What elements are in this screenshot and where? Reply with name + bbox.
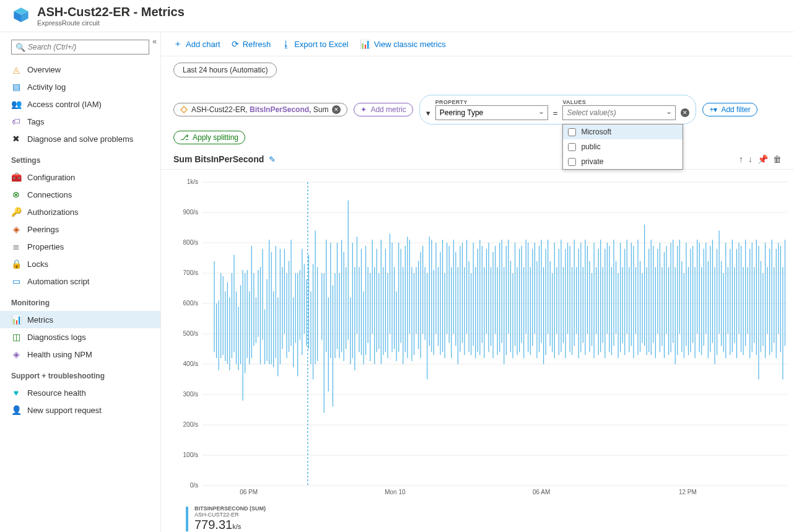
move-up-icon[interactable]: ↑ — [739, 154, 743, 164]
plus-icon: ✦ — [360, 105, 367, 114]
values-select[interactable] — [562, 105, 676, 120]
metric-filter-row: ASH-Cust22-ER, BitsInPerSecond, Sum ✕ ✦A… — [161, 84, 794, 144]
key-icon: 🔑 — [11, 207, 21, 217]
svg-text:400/s: 400/s — [183, 360, 198, 367]
script-icon: ▭ — [11, 276, 21, 286]
diag-icon: ◫ — [11, 332, 21, 342]
filter-plus-icon: +▾ — [709, 105, 717, 114]
sidebar-item-resource-health[interactable]: ♥Resource health — [0, 384, 160, 401]
filter-group: ▾ PROPERTY = VALUES Microsoftpublicpriva… — [419, 95, 697, 124]
values-label: VALUES — [562, 99, 676, 105]
sidebar-item-activity-log[interactable]: ▤Activity log — [0, 78, 160, 95]
svg-text:800/s: 800/s — [183, 239, 198, 246]
checkbox-icon[interactable] — [568, 143, 576, 151]
sidebar-item-label: New support request — [27, 406, 102, 415]
svg-text:100/s: 100/s — [183, 451, 198, 458]
value-option-public[interactable]: public — [563, 139, 683, 154]
sidebar-item-health-using-npm[interactable]: ◈Health using NPM — [0, 346, 160, 363]
sidebar-item-tags[interactable]: 🏷Tags — [0, 113, 160, 130]
sidebar-item-properties[interactable]: ≣Properties — [0, 238, 160, 255]
sidebar-item-peerings[interactable]: ◈Peerings — [0, 220, 160, 238]
lock-icon: 🔒 — [11, 259, 21, 269]
export-excel-button[interactable]: ⭳Export to Excel — [282, 39, 348, 49]
download-icon: ⭳ — [282, 39, 290, 49]
sidebar: « 🔍 ◬Overview▤Activity log👥Access contro… — [0, 32, 161, 532]
search-icon: 🔍 — [15, 43, 25, 52]
search-field[interactable] — [28, 43, 145, 51]
legend-series-label: BITSINPERSECOND (SUM) — [194, 505, 266, 512]
edit-title-icon[interactable]: ✎ — [269, 155, 276, 164]
svg-text:12 PM: 12 PM — [679, 489, 697, 495]
sidebar-item-label: Tags — [27, 117, 44, 126]
view-classic-button[interactable]: 📊View classic metrics — [360, 39, 446, 49]
refresh-button[interactable]: ⟳Refresh — [232, 39, 271, 49]
svg-text:700/s: 700/s — [183, 269, 198, 276]
sidebar-item-access-control-iam-[interactable]: 👥Access control (IAM) — [0, 95, 160, 113]
bar-chart-icon: 📊 — [360, 39, 370, 49]
sidebar-item-label: Automation script — [27, 277, 89, 286]
support-icon: 👤 — [11, 405, 21, 415]
sidebar-item-label: Diagnose and solve problems — [27, 134, 133, 144]
sidebar-item-label: Activity log — [27, 82, 66, 92]
sidebar-item-label: Configuration — [27, 173, 75, 182]
add-metric-button[interactable]: ✦Add metric — [354, 103, 412, 116]
resource-mini-icon — [180, 106, 188, 113]
wrench-icon: ✖ — [11, 134, 21, 144]
apply-splitting-button[interactable]: ⎇Apply splitting — [173, 131, 245, 144]
sidebar-item-label: Resource health — [27, 388, 86, 398]
props-icon: ≣ — [11, 242, 21, 251]
legend-color-swatch — [186, 507, 188, 531]
add-chart-button[interactable]: ＋Add chart — [173, 38, 220, 50]
sidebar-item-label: Properties — [27, 242, 64, 251]
resource-cube-icon — [12, 6, 30, 24]
remove-metric-icon[interactable]: ✕ — [332, 105, 341, 114]
sidebar-item-locks[interactable]: 🔒Locks — [0, 255, 160, 273]
sidebar-item-label: Metrics — [27, 315, 53, 325]
conn-icon: ⊗ — [11, 190, 21, 199]
chart-legend: BITSINPERSECOND (SUM) ASH-CUST22-ER 779.… — [161, 504, 794, 532]
svg-text:900/s: 900/s — [183, 209, 198, 216]
remove-filter-icon[interactable]: ✕ — [681, 108, 689, 117]
metrics-chart[interactable]: 0/s100/s200/s300/s400/s500/s600/s700/s80… — [173, 176, 794, 504]
sidebar-item-automation-script[interactable]: ▭Automation script — [0, 273, 160, 290]
sidebar-item-configuration[interactable]: 🧰Configuration — [0, 168, 160, 186]
delete-icon[interactable]: 🗑 — [773, 154, 782, 164]
sidebar-item-overview[interactable]: ◬Overview — [0, 61, 160, 78]
sidebar-item-metrics[interactable]: 📊Metrics — [0, 311, 160, 328]
split-icon: ⎇ — [180, 133, 189, 142]
collapse-sidebar-icon[interactable]: « — [152, 37, 157, 46]
checkbox-icon[interactable] — [568, 128, 576, 136]
sidebar-item-diagnose-and-solve-problems[interactable]: ✖Diagnose and solve problems — [0, 130, 160, 147]
sidebar-section-label: Monitoring — [0, 290, 160, 311]
sidebar-item-new-support-request[interactable]: 👤New support request — [0, 401, 160, 419]
sidebar-item-connections[interactable]: ⊗Connections — [0, 186, 160, 203]
add-filter-button[interactable]: +▾Add filter — [702, 103, 757, 116]
time-range-picker[interactable]: Last 24 hours (Automatic) — [173, 63, 277, 77]
checkbox-icon[interactable] — [568, 158, 576, 166]
sidebar-item-label: Connections — [27, 190, 72, 199]
heart-icon: ♥ — [11, 388, 21, 398]
resource-type-label: ExpressRoute circuit — [37, 19, 185, 27]
svg-text:300/s: 300/s — [183, 391, 198, 398]
log-icon: ▤ — [11, 82, 21, 92]
metrics-icon: 📊 — [11, 315, 21, 325]
legend-resource-label: ASH-CUST22-ER — [194, 512, 266, 518]
funnel-icon: ▾ — [426, 108, 430, 120]
sidebar-item-authorizations[interactable]: 🔑Authorizations — [0, 203, 160, 220]
sidebar-item-diagnostics-logs[interactable]: ◫Diagnostics logs — [0, 328, 160, 346]
sidebar-item-label: Diagnostics logs — [27, 333, 86, 342]
property-select[interactable] — [435, 105, 548, 120]
pin-icon[interactable]: 📌 — [757, 154, 768, 164]
move-down-icon[interactable]: ↓ — [748, 154, 753, 164]
toolbar: ＋Add chart ⟳Refresh ⭳Export to Excel 📊Vi… — [161, 32, 794, 56]
chart-title: Sum BitsInPerSecond — [173, 154, 264, 164]
metric-chip[interactable]: ASH-Cust22-ER, BitsInPerSecond, Sum ✕ — [173, 103, 347, 116]
property-label: PROPERTY — [435, 99, 548, 105]
search-input[interactable]: 🔍 — [11, 40, 149, 55]
sidebar-item-label: Authorizations — [27, 207, 78, 217]
sidebar-item-label: Health using NPM — [27, 350, 92, 359]
value-option-private[interactable]: private — [563, 154, 683, 169]
tags-icon: 🏷 — [11, 116, 21, 126]
value-option-microsoft[interactable]: Microsoft — [563, 124, 683, 139]
chart-area: 0/s100/s200/s300/s400/s500/s600/s700/s80… — [161, 170, 794, 504]
